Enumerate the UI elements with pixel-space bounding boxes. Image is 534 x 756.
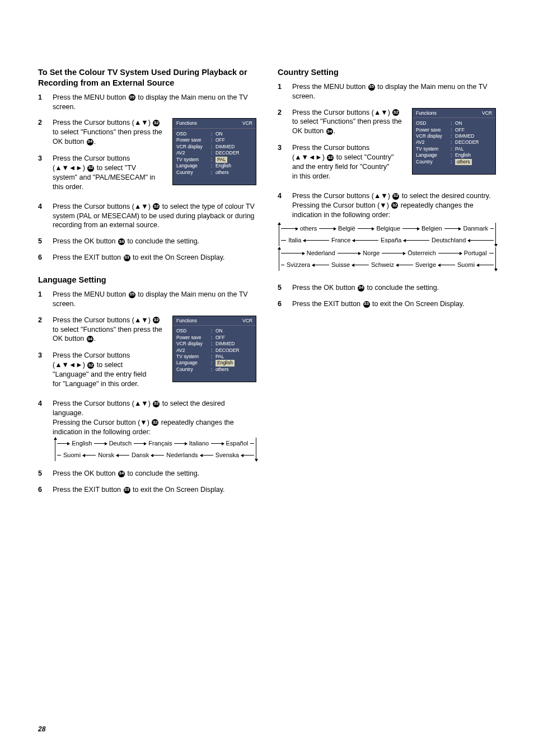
arrow-right-icon xyxy=(358,228,374,229)
cycle-item: España xyxy=(381,234,401,246)
step-body: Press the OK button 34 to conclude the s… xyxy=(53,469,256,478)
step-body: Press the OK button 34 to conclude the s… xyxy=(292,283,496,293)
cycle-item: Belgien xyxy=(421,223,442,234)
arrow-left-icon xyxy=(303,240,329,241)
cycle-item: English xyxy=(72,438,92,449)
text: Press the Cursor buttons (▲▼) xyxy=(53,203,152,210)
text: Press the MENU button xyxy=(53,93,128,101)
arrow-left-icon xyxy=(241,455,254,456)
button-ref-icon: 32 xyxy=(87,165,94,172)
text: to conclude the setting. xyxy=(365,284,439,292)
button-ref-icon: 34 xyxy=(118,238,125,245)
button-ref-icon: 32 xyxy=(152,419,158,426)
step-body: Press the EXIT button 33 to exit the On … xyxy=(53,253,256,262)
step: 5 Press the OK button 34 to conclude the… xyxy=(38,469,256,478)
arrow-right-icon xyxy=(281,253,305,253)
cycle-item: Österreich xyxy=(407,247,436,259)
button-ref-icon: 32 xyxy=(392,109,399,116)
cycle-item: Schweiz xyxy=(371,259,394,271)
arrow-right-icon xyxy=(338,253,361,253)
cycle-item: Español xyxy=(226,438,249,449)
step: 6 Press the EXIT button 33 to exit the O… xyxy=(38,485,256,495)
step: 1 Press the MENU button 35 to display th… xyxy=(38,290,256,309)
cycle-item: Sverige xyxy=(415,259,436,271)
arrow-right-icon xyxy=(382,253,405,253)
step: 3 Press the Cursor buttons (▲▼◄►) 32 to … xyxy=(278,143,395,181)
text: Press the EXIT button xyxy=(292,300,363,308)
cycle-item: Italiano xyxy=(189,438,209,449)
step: 4 Press the Cursor buttons (▲▼) 32 to se… xyxy=(38,399,256,462)
button-ref-icon: 33 xyxy=(363,301,370,308)
cycle-item: Suomi xyxy=(63,449,81,461)
step-body: Press the OK button 34 to conclude the s… xyxy=(53,237,256,246)
osd-functions-box: FunctionsVCROSD:ONPower save:OFFVCR disp… xyxy=(172,118,256,185)
step: 3 Press the Cursor buttons (▲▼◄►) 32 to … xyxy=(38,351,156,389)
cycle-item: Portugal xyxy=(464,247,487,259)
button-ref-icon: 34 xyxy=(118,471,125,477)
right-column: Country Setting 1 Press the MENU button … xyxy=(278,67,496,501)
text: Press the MENU button xyxy=(53,290,128,298)
button-ref-icon: 32 xyxy=(153,120,160,126)
text: Press the OK button xyxy=(53,237,118,245)
text: Pressing the Cursor button (▼) xyxy=(292,201,391,209)
text: . xyxy=(94,335,96,342)
step: 1 Press the MENU button 35 to display th… xyxy=(278,82,496,101)
cycle-item: Norge xyxy=(363,247,380,259)
button-ref-icon: 32 xyxy=(153,203,160,210)
arrow-right-icon xyxy=(438,253,462,253)
button-ref-icon: 32 xyxy=(327,154,334,161)
step-body: Press the MENU button 35 to display the … xyxy=(53,93,256,112)
step-number: 5 xyxy=(38,469,45,478)
step: 6 Press the EXIT button 33 to exit the O… xyxy=(38,253,256,262)
arrow-left-icon xyxy=(477,265,494,265)
step-body: Press the EXIT button 33 to exit the On … xyxy=(53,485,256,495)
arrow-right-icon xyxy=(281,228,298,229)
text: to select "Functions" then press the OK … xyxy=(53,326,162,343)
cycle-item: Français xyxy=(148,438,172,449)
text: to conclude the setting. xyxy=(125,237,199,245)
step: 4 Press the Cursor buttons (▲▼) 32 to se… xyxy=(38,202,256,231)
text: to exit the On Screen Display. xyxy=(371,300,465,308)
step-number: 6 xyxy=(38,253,45,262)
steps-country: 1 Press the MENU button 35 to display th… xyxy=(278,82,496,309)
cycle-item: Norsk xyxy=(98,449,114,461)
step: 4 Press the Cursor buttons (▲▼) 32 to se… xyxy=(278,191,496,276)
button-ref-icon: 34 xyxy=(358,285,364,292)
cycle-item: Svizzera xyxy=(287,259,310,271)
button-ref-icon: 32 xyxy=(391,202,398,209)
text: Press the MENU button xyxy=(292,83,368,91)
text: Press the Cursor buttons (▲▼) xyxy=(292,109,392,116)
arrow-left-icon xyxy=(151,455,164,456)
step-body: Press the MENU button 35 to display the … xyxy=(53,290,256,309)
arrow-left-icon xyxy=(438,265,455,265)
text: Pressing the Cursor button (▼) xyxy=(53,419,151,426)
cycle-item: France xyxy=(331,234,350,246)
step-body: Press the Cursor buttons (▲▼◄►) 32 to se… xyxy=(292,143,395,181)
step: 1 Press the MENU button 35 to display th… xyxy=(38,93,256,112)
cycle-item: others xyxy=(300,223,317,234)
step-body: Press the Cursor buttons (▲▼) 32 to sele… xyxy=(53,399,256,462)
heading-language-setting: Language Setting xyxy=(38,275,256,285)
step-number: 3 xyxy=(278,143,284,181)
cycle-item: Suomi xyxy=(457,259,475,271)
step-number: 4 xyxy=(38,399,45,462)
arrow-left-icon xyxy=(312,265,329,265)
step-number: 3 xyxy=(38,351,45,389)
arrow-right-icon xyxy=(319,228,336,229)
text: Press the OK button xyxy=(292,284,357,292)
cycle-item: Belgique xyxy=(376,223,400,234)
heading-tv-system: To Set the Colour TV System Used During … xyxy=(38,67,256,88)
arrow-left-icon xyxy=(468,240,494,241)
step-number: 3 xyxy=(38,154,45,192)
text: to exit the On Screen Display. xyxy=(131,486,225,494)
cycle-item: Nederland xyxy=(307,247,335,259)
text: to conclude the setting. xyxy=(125,469,199,477)
text: Press the Cursor buttons (▲▼) xyxy=(292,192,392,200)
arrow-right-icon xyxy=(444,228,461,229)
arrow-right-icon xyxy=(94,443,106,444)
step: 5 Press the OK button 34 to conclude the… xyxy=(38,237,256,246)
cycle-item: Italia xyxy=(288,234,301,246)
step-body: Press the Cursor buttons (▲▼) 32 to sele… xyxy=(53,202,256,231)
text: Press the EXIT button xyxy=(53,253,123,261)
step-number: 4 xyxy=(38,202,45,231)
